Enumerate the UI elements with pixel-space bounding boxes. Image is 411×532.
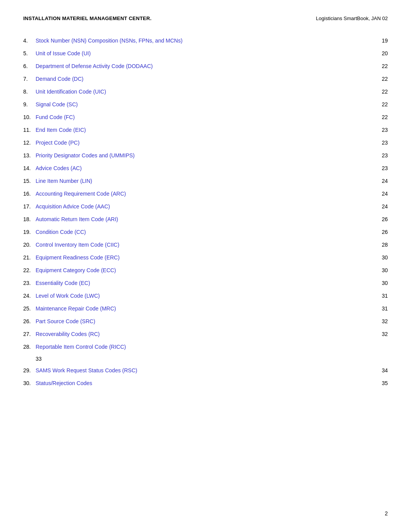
toc-page: 31 <box>376 305 388 313</box>
toc-item: 30. Status/Rejection Codes 35 <box>23 379 388 387</box>
toc-item: 21. Equipment Readiness Code (ERC) 30 <box>23 254 388 262</box>
toc-page: 31 <box>376 292 388 300</box>
toc-page: 30 <box>376 266 388 275</box>
toc-page: 28 <box>376 241 388 249</box>
toc-link[interactable]: SAMS Work Request Status Codes (RSC) <box>36 367 137 375</box>
toc-item: 16. Accounting Requirement Code (ARC) 24 <box>23 190 388 198</box>
toc-item: 19. Condition Code (CC) 26 <box>23 228 388 236</box>
toc-number: 22. <box>23 266 36 275</box>
toc-number: 14. <box>23 164 36 172</box>
toc-item: 6. Department of Defense Activity Code (… <box>23 62 388 70</box>
toc-item: 26. Part Source Code (SRC) 32 <box>23 317 388 326</box>
toc-number: 8. <box>23 88 36 96</box>
toc-link[interactable]: Acquisition Advice Code (AAC) <box>36 203 110 211</box>
toc-item: 25. Maintenance Repair Code (MRC) 31 <box>23 305 388 313</box>
toc-link[interactable]: Equipment Readiness Code (ERC) <box>36 254 120 262</box>
toc-item: 4. Stock Number (NSN) Composition (NSNs,… <box>23 37 388 45</box>
toc-page: 22 <box>376 101 388 109</box>
toc-number: 4. <box>23 37 36 45</box>
header-title-right: Logisticians SmartBook, JAN 02 <box>316 15 388 21</box>
toc-link[interactable]: Status/Rejection Codes <box>36 379 92 387</box>
header-title-left: INSTALLATION MATERIEL MANAGEMENT CENTER. <box>23 15 152 21</box>
toc-page: 30 <box>376 279 388 287</box>
toc-item: 29. SAMS Work Request Status Codes (RSC)… <box>23 367 388 375</box>
toc-number: 6. <box>23 62 36 70</box>
toc-link[interactable]: Maintenance Repair Code (MRC) <box>36 305 116 313</box>
toc-number: 30. <box>23 379 36 387</box>
toc-number: 17. <box>23 203 36 211</box>
toc-page: 24 <box>376 203 388 211</box>
toc-link[interactable]: Line Item Number (LIN) <box>36 177 92 185</box>
toc-link[interactable]: Recoverability Codes (RC) <box>36 330 100 338</box>
toc-link[interactable]: Unit Identification Code (UIC) <box>36 88 106 96</box>
toc-item: 18. Automatic Return Item Code (ARI) 26 <box>23 215 388 223</box>
toc-item: 11. End Item Code (EIC) 23 <box>23 126 388 134</box>
toc-link[interactable]: Automatic Return Item Code (ARI) <box>36 215 118 223</box>
toc-item: 28. Reportable Item Control Code (RICC) <box>23 343 388 351</box>
toc-item: 8. Unit Identification Code (UIC) 22 <box>23 88 388 96</box>
toc-item: 20. Control Inventory Item Code (CIIC) 2… <box>23 241 388 249</box>
toc-number: 29. <box>23 367 36 375</box>
toc-link[interactable]: Department of Defense Activity Code (DOD… <box>36 62 153 70</box>
toc-number: 27. <box>23 330 36 338</box>
toc-item: 22. Equipment Category Code (ECC) 30 <box>23 266 388 275</box>
toc-link[interactable]: Essentiality Code (EC) <box>36 279 90 287</box>
toc-link[interactable]: Advice Codes (AC) <box>36 164 82 172</box>
toc-link[interactable]: Part Source Code (SRC) <box>36 317 95 326</box>
toc-number: 21. <box>23 254 36 262</box>
page-header: INSTALLATION MATERIEL MANAGEMENT CENTER.… <box>23 15 388 21</box>
toc-link[interactable]: Control Inventory Item Code (CIIC) <box>36 241 119 249</box>
toc-link[interactable]: End Item Code (EIC) <box>36 126 86 134</box>
toc-link[interactable]: Accounting Requirement Code (ARC) <box>36 190 126 198</box>
toc-item: 9. Signal Code (SC) 22 <box>23 101 388 109</box>
toc-page: 23 <box>376 126 388 134</box>
toc-link[interactable]: Fund Code (FC) <box>36 113 75 121</box>
toc-link[interactable]: Priority Designator Codes and (UMMIPS) <box>36 152 135 160</box>
toc-link[interactable]: Condition Code (CC) <box>36 228 86 236</box>
toc-number: 28. <box>23 343 36 351</box>
toc-item: 10. Fund Code (FC) 22 <box>23 113 388 121</box>
toc-number: 15. <box>23 177 36 185</box>
toc-number: 9. <box>23 101 36 109</box>
toc-page: 22 <box>376 62 388 70</box>
toc-link[interactable]: Reportable Item Control Code (RICC) <box>36 343 126 351</box>
toc-page: 23 <box>376 152 388 160</box>
toc-number: 26. <box>23 317 36 326</box>
toc-page: 23 <box>376 139 388 147</box>
toc-link[interactable]: Stock Number (NSN) Composition (NSNs, FP… <box>36 37 183 45</box>
toc-link[interactable]: Unit of Issue Code (UI) <box>36 49 91 58</box>
toc-item: 23. Essentiality Code (EC) 30 <box>23 279 388 287</box>
toc-item: 12. Project Code (PC) 23 <box>23 139 388 147</box>
toc-page: 23 <box>376 164 388 172</box>
toc-number: 7. <box>23 75 36 83</box>
toc-item: 13. Priority Designator Codes and (UMMIP… <box>23 152 388 160</box>
toc-link[interactable]: Signal Code (SC) <box>36 101 78 109</box>
toc-number: 10. <box>23 113 36 121</box>
toc-item: 14. Advice Codes (AC) 23 <box>23 164 388 172</box>
toc-page: 26 <box>376 215 388 223</box>
toc-item: 5. Unit of Issue Code (UI) 20 <box>23 49 388 58</box>
toc-page: 22 <box>376 88 388 96</box>
toc-number: 19. <box>23 228 36 236</box>
toc-page: 20 <box>376 49 388 58</box>
table-of-contents: 4. Stock Number (NSN) Composition (NSNs,… <box>23 37 388 387</box>
toc-number: 13. <box>23 152 36 160</box>
toc-number: 12. <box>23 139 36 147</box>
toc-number: 16. <box>23 190 36 198</box>
toc-number: 5. <box>23 49 36 58</box>
toc-link[interactable]: Equipment Category Code (ECC) <box>36 266 116 275</box>
toc-page: 24 <box>376 190 388 198</box>
toc-number: 23. <box>23 279 36 287</box>
toc-item: 7. Demand Code (DC) 22 <box>23 75 388 83</box>
toc-number: 25. <box>23 305 36 313</box>
toc-link[interactable]: Level of Work Code (LWC) <box>36 292 100 300</box>
toc-page-below: 33 <box>23 356 388 362</box>
toc-page: 22 <box>376 113 388 121</box>
toc-number: 20. <box>23 241 36 249</box>
toc-page: 35 <box>376 379 388 387</box>
toc-link[interactable]: Project Code (PC) <box>36 139 80 147</box>
toc-item: 27. Recoverability Codes (RC) 32 <box>23 330 388 338</box>
toc-link[interactable]: Demand Code (DC) <box>36 75 84 83</box>
toc-page: 32 <box>376 317 388 326</box>
toc-page: 22 <box>376 75 388 83</box>
